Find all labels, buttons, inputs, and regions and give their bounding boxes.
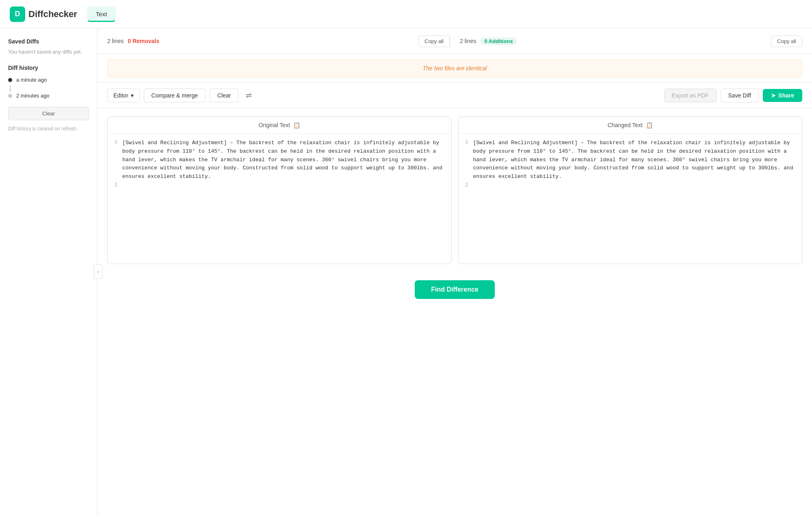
left-editor-header: Original Text 📋 [108, 117, 451, 134]
right-upload-icon[interactable]: 📋 [646, 122, 653, 128]
logo-area: D Diffchecker [10, 6, 77, 22]
identical-message: The two files are identical [423, 65, 487, 71]
nav-tab-text[interactable]: Text [87, 6, 116, 22]
additions-badge: 0 Additions [480, 37, 517, 45]
left-line-number-1: 1 [108, 139, 122, 145]
diff-history-title: Diff history [8, 65, 89, 71]
stats-right: 2 lines 0 Additions Copy all [450, 35, 802, 47]
right-line-2: 2 [459, 182, 802, 190]
left-line-content-2 [122, 182, 451, 189]
history-item-0[interactable]: a minute ago [8, 77, 89, 83]
history-item-1[interactable]: 2 minutes ago [8, 93, 89, 99]
editor-button-label: Editor [113, 92, 128, 99]
history-connector [10, 85, 11, 92]
right-editor-body[interactable]: 1 [Swivel and Reclining Adjustment] – Th… [459, 134, 802, 264]
diff-history-note: Diff history is cleared on refresh [8, 125, 89, 132]
main-content: 2 lines 0 Removals Copy all 2 lines 0 Ad… [97, 28, 812, 515]
app-body: Saved Diffs You haven't saved any diffs … [0, 0, 812, 515]
left-line-2: 2 [108, 182, 451, 190]
editor-button[interactable]: Editor ▾ [107, 89, 140, 102]
left-editor-body[interactable]: 1 [Swivel and Reclining Adjustment] – Th… [108, 134, 451, 264]
left-lines-count: 2 lines [107, 38, 123, 44]
history-dot-active [8, 78, 12, 82]
right-line-number-1: 1 [459, 139, 473, 145]
header: D Diffchecker Text [0, 0, 812, 28]
share-button[interactable]: ➤ Share [763, 89, 802, 102]
history-label-0: a minute ago [16, 77, 47, 83]
right-line-content-2 [473, 182, 802, 189]
history-label-1: 2 minutes ago [16, 93, 50, 99]
toolbar: Editor ▾ Compare & merge Clear ⇌ Export … [97, 82, 812, 108]
save-diff-button[interactable]: Save Diff [721, 89, 759, 102]
identical-banner: The two files are identical [107, 59, 802, 78]
left-line-number-2: 2 [108, 182, 122, 188]
export-pdf-button: Export as PDF [664, 89, 717, 102]
left-line-1: 1 [Swivel and Reclining Adjustment] – Th… [108, 138, 451, 182]
copy-all-right-button[interactable]: Copy all [771, 35, 802, 47]
editors-container: Original Text 📋 1 [Swivel and Reclining … [97, 108, 812, 272]
right-line-content-1: [Swivel and Reclining Adjustment] – The … [473, 139, 802, 181]
clear-history-button[interactable]: Clear [8, 107, 89, 120]
saved-diffs-title: Saved Diffs [8, 38, 89, 45]
left-line-content-1: [Swivel and Reclining Adjustment] – The … [122, 139, 451, 181]
logo-icon: D [10, 6, 25, 22]
saved-diffs-empty: You haven't saved any diffs yet. [8, 49, 89, 55]
copy-all-left-button[interactable]: Copy all [418, 35, 450, 47]
compare-merge-button[interactable]: Compare & merge [144, 89, 206, 102]
stats-bar: 2 lines 0 Removals Copy all 2 lines 0 Ad… [97, 28, 812, 54]
removals-badge: 0 Removals [128, 38, 159, 44]
stats-left: 2 lines 0 Removals Copy all [107, 35, 450, 47]
editor-chevron-icon: ▾ [131, 92, 134, 99]
right-line-number-2: 2 [459, 182, 473, 188]
right-editor-panel: Changed Text 📋 1 [Swivel and Reclining A… [458, 117, 803, 264]
swap-icon: ⇌ [246, 91, 252, 100]
history-dot-inactive [8, 94, 12, 98]
share-button-label: Share [778, 92, 794, 99]
left-editor-panel: Original Text 📋 1 [Swivel and Reclining … [107, 117, 452, 264]
left-upload-icon[interactable]: 📋 [293, 122, 300, 128]
find-diff-container: Find Difference [97, 272, 812, 314]
right-editor-header: Changed Text 📋 [459, 117, 802, 134]
left-editor-title: Original Text [258, 122, 290, 128]
sidebar-collapse-button[interactable]: ‹ [94, 264, 103, 279]
logo-text: Diffchecker [28, 9, 77, 19]
share-icon: ➤ [771, 92, 776, 99]
find-difference-button[interactable]: Find Difference [415, 280, 494, 299]
right-line-1: 1 [Swivel and Reclining Adjustment] – Th… [459, 138, 802, 182]
right-editor-title: Changed Text [608, 122, 643, 128]
clear-toolbar-button[interactable]: Clear [210, 89, 238, 102]
sidebar: Saved Diffs You haven't saved any diffs … [0, 28, 97, 515]
right-lines-count: 2 lines [460, 38, 476, 44]
